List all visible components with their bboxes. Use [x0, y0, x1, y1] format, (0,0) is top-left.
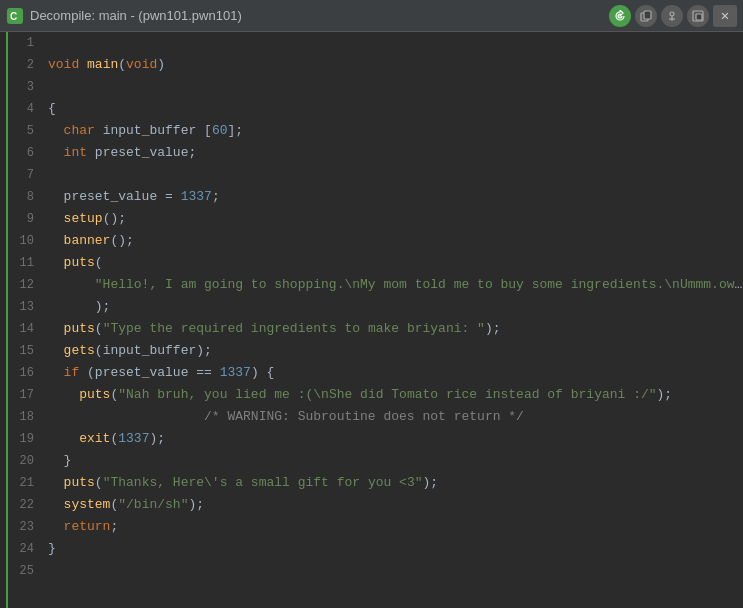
code-line-21: puts("Thanks, Here\'s a small gift for y… [48, 472, 743, 494]
code-line-12: "Hello!, I am going to shopping.\nMy mom… [48, 274, 743, 296]
ln-25: 25 [8, 560, 40, 582]
code-line-17: puts("Nah bruh, you lied me :(\nShe did … [48, 384, 743, 406]
code-line-6: int preset_value; [48, 142, 743, 164]
code-line-9: setup(); [48, 208, 743, 230]
ln-7: 7 [8, 164, 40, 186]
code-line-11: puts( [48, 252, 743, 274]
ln-2: 2 [8, 54, 40, 76]
code-line-4: { [48, 98, 743, 120]
ln-15: 15 [8, 340, 40, 362]
refresh-button[interactable] [609, 5, 631, 27]
ln-8: 8 [8, 186, 40, 208]
code-line-20: } [48, 450, 743, 472]
code-line-3 [48, 76, 743, 98]
ln-13: 13 [8, 296, 40, 318]
code-line-5: char input_buffer [60]; [48, 120, 743, 142]
window-title: Decompile: main - (pwn101.pwn101) [30, 8, 609, 23]
copy-button[interactable] [635, 5, 657, 27]
close-button[interactable]: ✕ [713, 5, 737, 27]
float-button[interactable] [687, 5, 709, 27]
ln-3: 3 [8, 76, 40, 98]
code-line-2: void main(void) [48, 54, 743, 76]
line-numbers: 1 2 3 4 5 6 7 8 9 10 11 12 13 14 15 16 1… [8, 32, 40, 608]
ln-4: 4 [8, 98, 40, 120]
ln-18: 18 [8, 406, 40, 428]
title-bar: C Decompile: main - (pwn101.pwn101) [0, 0, 743, 32]
ln-1: 1 [8, 32, 40, 54]
pin-button[interactable] [661, 5, 683, 27]
ln-5: 5 [8, 120, 40, 142]
ln-19: 19 [8, 428, 40, 450]
code-line-7 [48, 164, 743, 186]
ln-9: 9 [8, 208, 40, 230]
ln-22: 22 [8, 494, 40, 516]
ln-20: 20 [8, 450, 40, 472]
ln-16: 16 [8, 362, 40, 384]
ln-6: 6 [8, 142, 40, 164]
code-line-18: /* WARNING: Subroutine does not return *… [48, 406, 743, 428]
ln-12: 12 [8, 274, 40, 296]
code-line-10: banner(); [48, 230, 743, 252]
ln-10: 10 [8, 230, 40, 252]
ln-23: 23 [8, 516, 40, 538]
code-line-16: if (preset_value == 1337) { [48, 362, 743, 384]
svg-rect-3 [644, 11, 651, 19]
code-line-19: exit(1337); [48, 428, 743, 450]
svg-rect-8 [696, 14, 702, 20]
code-content: void main(void) { char input_buffer [60]… [40, 32, 743, 608]
ln-24: 24 [8, 538, 40, 560]
app-icon: C [6, 7, 24, 25]
gutter-marker [0, 32, 8, 608]
code-line-24: } [48, 538, 743, 560]
code-line-15: gets(input_buffer); [48, 340, 743, 362]
code-line-23: return; [48, 516, 743, 538]
code-line-13: ); [48, 296, 743, 318]
code-line-8: preset_value = 1337; [48, 186, 743, 208]
ln-21: 21 [8, 472, 40, 494]
ln-14: 14 [8, 318, 40, 340]
code-line-1 [48, 32, 743, 54]
ln-11: 11 [8, 252, 40, 274]
code-line-22: system("/bin/sh"); [48, 494, 743, 516]
ln-17: 17 [8, 384, 40, 406]
editor-area: 1 2 3 4 5 6 7 8 9 10 11 12 13 14 15 16 1… [0, 32, 743, 608]
svg-text:C: C [10, 11, 17, 22]
svg-point-4 [670, 12, 674, 16]
window-controls: ✕ [609, 5, 737, 27]
code-line-25 [48, 560, 743, 582]
code-line-14: puts("Type the required ingredients to m… [48, 318, 743, 340]
